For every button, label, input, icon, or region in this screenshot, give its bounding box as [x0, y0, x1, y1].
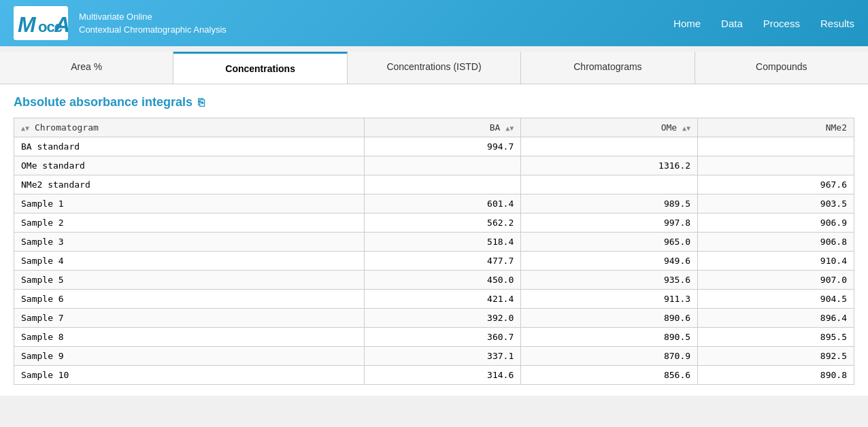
data-table: ▲▼ Chromatogram BA ▲▼ OMe ▲▼ NMe2 BA sta…	[14, 118, 854, 385]
table-row: BA standard994.7	[14, 137, 854, 156]
cell-ome: 949.6	[521, 252, 698, 271]
cell-ome: 911.3	[521, 290, 698, 309]
cell-ome: 1316.2	[521, 156, 698, 175]
table-row: Sample 5450.0935.6907.0	[14, 271, 854, 290]
cell-chromatogram: NMe2 standard	[14, 175, 365, 194]
cell-chromatogram: Sample 7	[14, 309, 365, 328]
table-row: Sample 10314.6856.6890.8	[14, 366, 854, 385]
cell-ba: 477.7	[365, 252, 521, 271]
cell-nme2: 903.5	[698, 194, 854, 214]
nav-home[interactable]: Home	[673, 18, 701, 29]
table-row: NMe2 standard967.6	[14, 175, 854, 194]
header: M occ A Multivariate Online Contextual C…	[0, 0, 868, 46]
cell-chromatogram: Sample 4	[14, 252, 365, 271]
cell-chromatogram: Sample 5	[14, 271, 365, 290]
table-row: Sample 8360.7890.5895.5	[14, 328, 854, 347]
tab-bar: Area % Concentrations Concentrations (IS…	[0, 52, 868, 84]
table-header-row: ▲▼ Chromatogram BA ▲▼ OMe ▲▼ NMe2	[14, 118, 854, 137]
cell-chromatogram: Sample 10	[14, 366, 365, 385]
main-nav: Home Data Process Results	[673, 18, 854, 29]
cell-nme2: 892.5	[698, 347, 854, 366]
cell-ba: 360.7	[365, 328, 521, 347]
col-header-chromatogram[interactable]: ▲▼ Chromatogram	[14, 118, 365, 137]
cell-ome: 989.5	[521, 194, 698, 214]
cell-chromatogram: Sample 3	[14, 233, 365, 252]
nav-data[interactable]: Data	[721, 18, 743, 29]
cell-chromatogram: OMe standard	[14, 156, 365, 175]
cell-nme2: 906.8	[698, 233, 854, 252]
table-row: Sample 1601.4989.5903.5	[14, 194, 854, 214]
copy-icon[interactable]: ⎘	[198, 97, 205, 109]
cell-nme2: 904.5	[698, 290, 854, 309]
section-title-text: Absolute absorbance integrals	[14, 95, 193, 109]
cell-ome: 965.0	[521, 233, 698, 252]
app-title-line1: Multivariate Online	[79, 10, 227, 24]
cell-ba	[365, 156, 521, 175]
table-row: Sample 7392.0890.6896.4	[14, 309, 854, 328]
cell-ome: 997.8	[521, 214, 698, 233]
col-header-ome[interactable]: OMe ▲▼	[521, 118, 698, 137]
table-row: Sample 9337.1870.9892.5	[14, 347, 854, 366]
col-header-ba[interactable]: BA ▲▼	[365, 118, 521, 137]
cell-nme2: 967.6	[698, 175, 854, 194]
table-row: OMe standard1316.2	[14, 156, 854, 175]
cell-ba: 314.6	[365, 366, 521, 385]
cell-ome: 856.6	[521, 366, 698, 385]
table-row: Sample 4477.7949.6910.4	[14, 252, 854, 271]
cell-chromatogram: Sample 9	[14, 347, 365, 366]
cell-ba: 562.2	[365, 214, 521, 233]
cell-chromatogram: BA standard	[14, 137, 365, 156]
cell-ba: 337.1	[365, 347, 521, 366]
cell-chromatogram: Sample 2	[14, 214, 365, 233]
cell-nme2: 890.8	[698, 366, 854, 385]
section-title-bar: Absolute absorbance integrals ⎘	[14, 95, 854, 109]
col-header-nme2[interactable]: NMe2	[698, 118, 854, 137]
cell-ome: 870.9	[521, 347, 698, 366]
cell-ome: 890.6	[521, 309, 698, 328]
cell-ba: 450.0	[365, 271, 521, 290]
tab-chromatograms[interactable]: Chromatograms	[521, 52, 695, 84]
cell-ba: 518.4	[365, 233, 521, 252]
cell-nme2: 896.4	[698, 309, 854, 328]
app-title-line2: Contextual Chromatographic Analysis	[79, 23, 227, 37]
sort-ome-icon: ▲▼	[682, 124, 690, 132]
header-left: M occ A Multivariate Online Contextual C…	[14, 6, 227, 40]
cell-chromatogram: Sample 1	[14, 194, 365, 214]
sort-ba-icon: ▲▼	[505, 124, 514, 132]
tab-concentrations-istd[interactable]: Concentrations (ISTD)	[348, 52, 521, 84]
cell-nme2	[698, 156, 854, 175]
cell-ba: 994.7	[365, 137, 521, 156]
cell-chromatogram: Sample 6	[14, 290, 365, 309]
cell-ba: 392.0	[365, 309, 521, 328]
nav-process[interactable]: Process	[763, 18, 800, 29]
cell-ba: 601.4	[365, 194, 521, 214]
table-row: Sample 2562.2997.8906.9	[14, 214, 854, 233]
tab-concentrations[interactable]: Concentrations	[173, 52, 347, 84]
cell-ome	[521, 175, 698, 194]
cell-nme2	[698, 137, 854, 156]
cell-nme2: 895.5	[698, 328, 854, 347]
svg-text:M: M	[18, 12, 37, 37]
cell-nme2: 906.9	[698, 214, 854, 233]
main-content: Absolute absorbance integrals ⎘ ▲▼ Chrom…	[0, 84, 868, 396]
nav-results[interactable]: Results	[820, 18, 854, 29]
table-row: Sample 3518.4965.0906.8	[14, 233, 854, 252]
svg-text:A: A	[54, 12, 68, 37]
cell-nme2: 907.0	[698, 271, 854, 290]
sort-up-icon: ▲▼	[21, 124, 29, 132]
cell-chromatogram: Sample 8	[14, 328, 365, 347]
app-title: Multivariate Online Contextual Chromatog…	[79, 10, 227, 37]
cell-nme2: 910.4	[698, 252, 854, 271]
cell-ba: 421.4	[365, 290, 521, 309]
cell-ome	[521, 137, 698, 156]
cell-ba	[365, 175, 521, 194]
logo: M occ A	[14, 6, 68, 40]
cell-ome: 935.6	[521, 271, 698, 290]
cell-ome: 890.5	[521, 328, 698, 347]
table-row: Sample 6421.4911.3904.5	[14, 290, 854, 309]
tab-area-percent[interactable]: Area %	[0, 52, 173, 84]
tab-compounds[interactable]: Compounds	[695, 52, 868, 84]
